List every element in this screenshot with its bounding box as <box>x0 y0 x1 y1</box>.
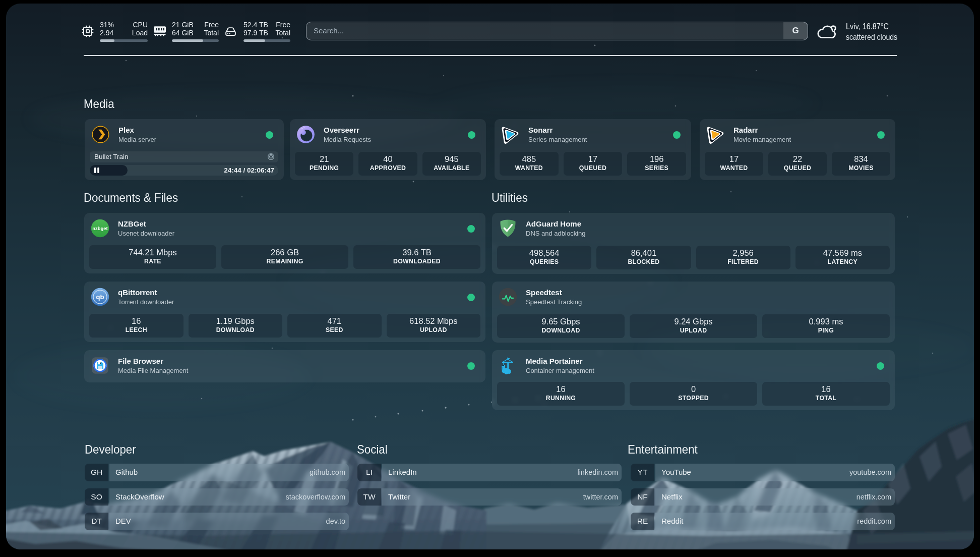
svg-text:nzbget: nzbget <box>92 226 108 231</box>
svg-text:qb: qb <box>96 293 104 301</box>
